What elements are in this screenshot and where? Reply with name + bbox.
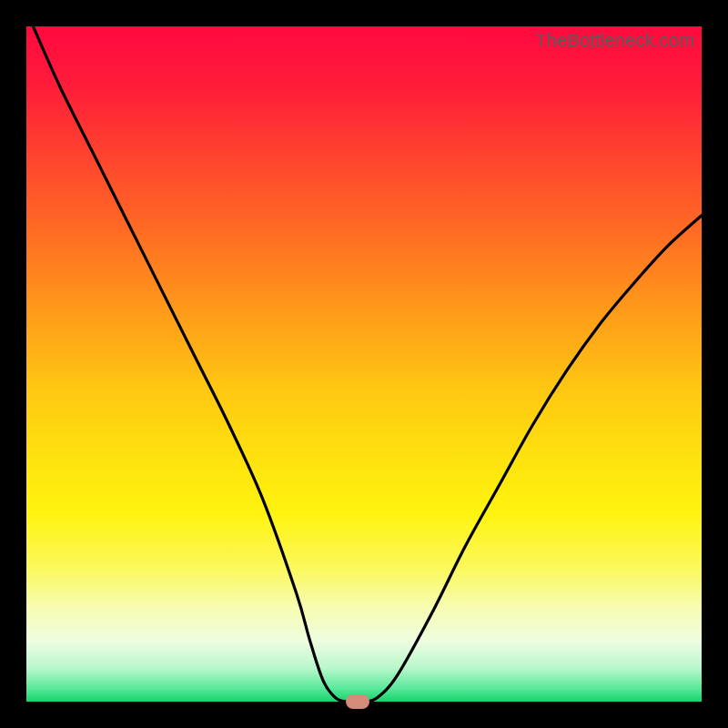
- optimum-marker: [346, 694, 369, 709]
- chart-frame: TheBottleneck.com: [0, 0, 728, 728]
- plot-area: TheBottleneck.com: [26, 26, 702, 702]
- bottleneck-curve: [26, 26, 702, 702]
